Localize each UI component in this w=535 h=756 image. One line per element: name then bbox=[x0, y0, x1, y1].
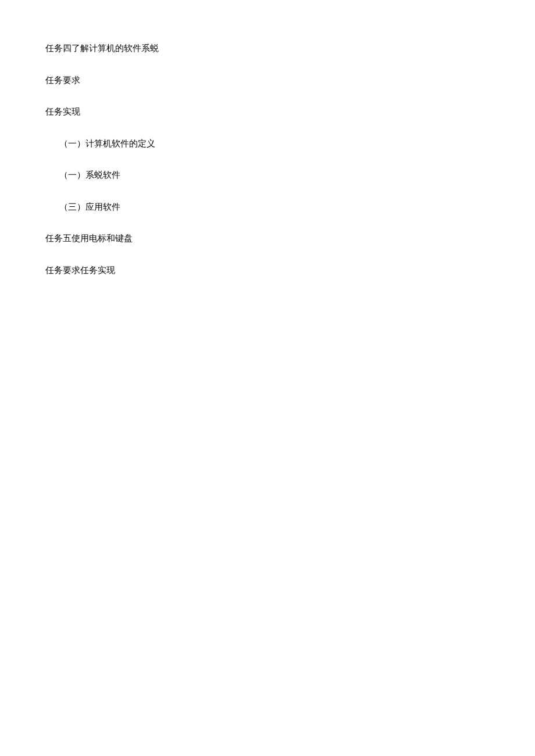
list-item-1: （一）计算机软件的定义 bbox=[45, 137, 490, 151]
task5-title: 任务五使用电标和键盘 bbox=[45, 232, 490, 245]
task-requirement-1: 任务要求 bbox=[45, 74, 490, 87]
task-implementation-1: 任务实现 bbox=[45, 105, 490, 119]
task-requirement-implementation: 任务要求任务实现 bbox=[45, 264, 490, 277]
list-item-2: （一）系蜕软件 bbox=[45, 169, 490, 182]
list-item-3: （三）应用软件 bbox=[45, 200, 490, 214]
task4-title: 任务四了解计算机的软件系蜕 bbox=[45, 42, 490, 55]
